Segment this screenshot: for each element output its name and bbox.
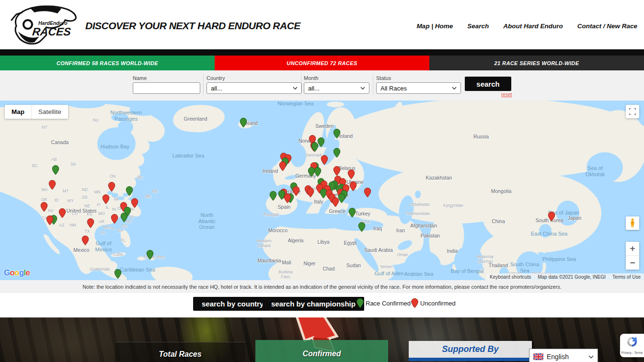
fullscreen-icon [629, 108, 636, 115]
map-attribution: Keyboard shortcuts Map data ©2021 Google… [486, 273, 644, 280]
status-filter: Status All Races [376, 75, 461, 94]
language-label: English [547, 353, 585, 361]
red-pin-icon [411, 298, 418, 308]
search-by-country-button[interactable]: search by country [193, 297, 272, 311]
race-marker-confirmed[interactable] [314, 167, 322, 177]
actions-row: search by country search by championship… [0, 293, 644, 317]
race-marker-unconfirmed[interactable] [49, 180, 56, 190]
confirmed-races-banner[interactable]: CONFIRMED 58 RACES WORLD-WIDE [0, 56, 215, 70]
goggles-icon [23, 20, 32, 29]
reset-link[interactable]: reset [501, 92, 512, 97]
month-select[interactable]: all... [304, 82, 369, 94]
race-marker-confirmed[interactable] [358, 222, 366, 232]
chevron-down-icon [360, 87, 365, 90]
unconfirmed-races-banner[interactable]: UNCONFIRMED 72 RACES [215, 56, 429, 70]
race-marker-unconfirmed[interactable] [321, 155, 328, 165]
race-marker-confirmed[interactable] [334, 148, 341, 158]
race-marker-unconfirmed[interactable] [59, 208, 66, 218]
race-marker-unconfirmed[interactable] [348, 170, 355, 180]
race-marker-confirmed[interactable] [240, 118, 247, 128]
legend-unconfirmed-label: Unconfirmed [420, 300, 456, 307]
legend-confirmed: Race Confirmed [356, 298, 411, 308]
race-marker-unconfirmed[interactable] [307, 188, 314, 198]
pegman-icon [630, 218, 635, 228]
terms-of-use-link[interactable]: Terms of Use [609, 274, 644, 280]
fullscreen-button[interactable] [626, 105, 639, 118]
race-marker-unconfirmed[interactable] [332, 197, 339, 207]
race-marker-unconfirmed[interactable] [46, 215, 54, 226]
map-note: Note: the location indicated is not nece… [0, 280, 644, 293]
name-filter: Name [133, 75, 200, 94]
keyboard-shortcuts-link[interactable]: Keyboard shortcuts [486, 274, 534, 280]
recaptcha-privacy-terms[interactable]: Privacy - Terms [620, 351, 644, 354]
search-by-championship-button[interactable]: search by championship [263, 297, 364, 311]
race-marker-unconfirmed[interactable] [279, 161, 287, 171]
legend-confirmed-label: Race Confirmed [366, 300, 411, 307]
language-select[interactable]: English [529, 349, 598, 362]
stats-bar: CONFIRMED 58 RACES WORLD-WIDE UNCONFIRME… [0, 56, 644, 70]
race-marker-unconfirmed[interactable] [364, 188, 371, 198]
pegman-button[interactable] [626, 216, 639, 230]
race-series-banner[interactable]: 21 RACE SERIES WORLD-WIDE [429, 56, 644, 70]
status-select[interactable]: All Races [376, 82, 461, 94]
name-label: Name [133, 75, 200, 81]
race-marker-confirmed[interactable] [52, 165, 59, 175]
green-pin-icon [356, 298, 363, 308]
search-button[interactable]: search [465, 77, 511, 91]
recaptcha-badge[interactable]: Privacy - Terms [620, 334, 644, 357]
header: HardEnduro RACES DISCOVER YOUR NEXT HARD… [0, 0, 644, 49]
race-marker-unconfirmed[interactable] [108, 182, 115, 192]
google-logo-letter: G [4, 268, 10, 277]
google-logo[interactable]: Google [4, 268, 30, 278]
race-marker-confirmed[interactable] [126, 186, 133, 196]
race-marker-confirmed[interactable] [338, 193, 345, 204]
race-marker-confirmed[interactable] [349, 208, 356, 218]
race-marker-confirmed[interactable] [334, 129, 341, 139]
race-marker-confirmed[interactable] [318, 137, 325, 147]
race-marker-confirmed[interactable] [121, 213, 128, 223]
hardenduro-races-logo[interactable]: HardEnduro RACES [6, 2, 85, 47]
race-marker-unconfirmed[interactable] [41, 202, 48, 212]
race-marker-unconfirmed[interactable] [82, 236, 89, 246]
race-marker-unconfirmed[interactable] [548, 212, 555, 222]
zoom-control: + − [626, 242, 639, 270]
confirmed-box[interactable]: Confirmed [255, 340, 388, 362]
zoom-out-button[interactable]: − [626, 256, 639, 270]
world-map[interactable]: Norwegian SeaNorthwestern PassagesHudson… [0, 101, 644, 280]
race-marker-confirmed[interactable] [311, 142, 319, 152]
map-view-button[interactable]: Map [5, 105, 31, 119]
supported-by-box: Supported By [409, 341, 532, 361]
filter-bar: Name Country all... Month all... Status … [0, 70, 644, 101]
nav-search[interactable]: Search [467, 23, 489, 30]
zoom-in-button[interactable]: + [626, 242, 639, 256]
month-filter: Month all... [304, 75, 369, 94]
race-marker-unconfirmed[interactable] [103, 194, 110, 204]
month-label: Month [304, 75, 369, 81]
map-type-control: Map Satellite [5, 105, 68, 119]
race-marker-confirmed[interactable] [115, 269, 122, 279]
uk-flag-icon [533, 353, 543, 360]
chevron-down-icon [588, 355, 594, 359]
filter-separator [203, 74, 204, 95]
satellite-view-button[interactable]: Satellite [31, 105, 68, 119]
race-marker-unconfirmed[interactable] [87, 218, 94, 228]
chevron-down-icon [293, 87, 298, 90]
google-logo-letter: o [10, 268, 14, 277]
race-marker-confirmed[interactable] [147, 250, 154, 260]
race-marker-unconfirmed[interactable] [131, 198, 138, 208]
nav-about[interactable]: About Hard Enduro [503, 23, 563, 30]
name-input[interactable] [133, 82, 200, 94]
google-logo-letter: g [19, 268, 24, 277]
country-select[interactable]: all... [207, 82, 302, 94]
race-marker-unconfirmed[interactable] [334, 166, 341, 176]
filter-separator [373, 74, 373, 95]
race-marker-unconfirmed[interactable] [350, 181, 357, 192]
race-marker-unconfirmed[interactable] [111, 214, 118, 224]
main-nav: Map | Home Search About Hard Enduro Cont… [416, 23, 637, 30]
nav-contact[interactable]: Contact / New Race [577, 23, 637, 30]
nav-map-home[interactable]: Map | Home [416, 23, 453, 30]
google-logo-letter: e [25, 268, 30, 277]
race-marker-unconfirmed[interactable] [284, 193, 291, 204]
total-races-box[interactable]: Total Races [115, 342, 245, 362]
race-marker-confirmed[interactable] [270, 191, 277, 201]
